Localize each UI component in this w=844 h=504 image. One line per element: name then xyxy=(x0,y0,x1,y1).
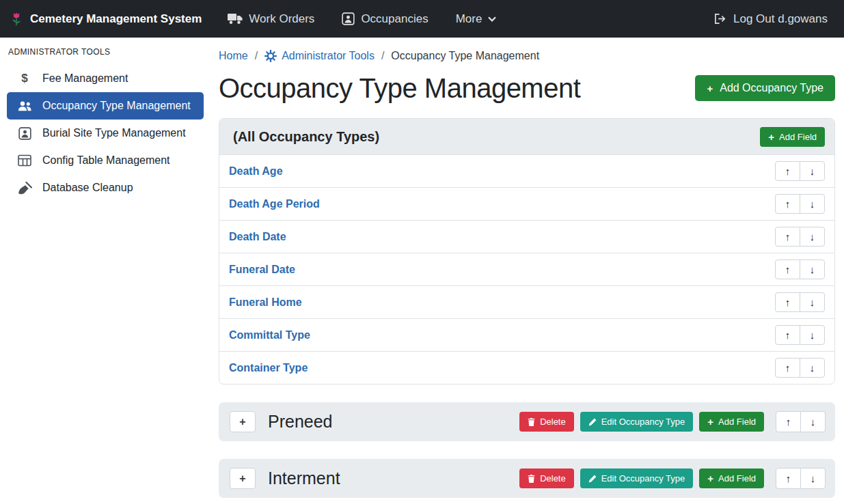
field-row: Death Age Period ↑ ↓ xyxy=(219,187,834,220)
trash-icon xyxy=(528,475,535,483)
add-occupancy-type-button[interactable]: + Add Occupancy Type xyxy=(695,75,835,101)
logout-icon xyxy=(714,13,727,25)
delete-button[interactable]: Delete xyxy=(519,468,574,488)
move-down-button[interactable]: ↓ xyxy=(800,325,825,345)
edit-label: Edit Occupancy Type xyxy=(601,417,685,427)
field-link-funeral-date[interactable]: Funeral Date xyxy=(229,264,295,276)
occupancies-icon xyxy=(342,12,355,25)
gear-icon xyxy=(264,50,277,62)
sidebar-item-label: Occupancy Type Management xyxy=(42,100,191,112)
brand[interactable]: Cemetery Management System xyxy=(10,10,202,28)
reorder-group: ↑ ↓ xyxy=(775,292,825,312)
field-link-committal-type[interactable]: Committal Type xyxy=(229,329,310,341)
move-up-button[interactable]: ↑ xyxy=(775,227,800,247)
brand-title: Cemetery Management System xyxy=(30,12,202,26)
field-link-death-age[interactable]: Death Age xyxy=(229,165,283,178)
sidebar-item-database-cleanup[interactable]: Database Cleanup xyxy=(0,174,210,201)
move-up-button[interactable]: ↑ xyxy=(776,468,801,489)
move-down-button[interactable]: ↓ xyxy=(800,468,826,489)
plus-icon: + xyxy=(768,132,774,142)
add-field-label: Add Field xyxy=(718,473,756,484)
broom-icon xyxy=(16,182,33,195)
move-up-button[interactable]: ↑ xyxy=(775,358,800,378)
panel-title: (All Occupancy Types) xyxy=(233,129,379,145)
sidebar-item-fee-management[interactable]: $ Fee Management xyxy=(0,65,210,92)
nav-more[interactable]: More xyxy=(456,12,497,26)
plus-icon: + xyxy=(707,473,713,484)
logout-button[interactable]: Log Out d.gowans xyxy=(714,12,828,26)
sidebar-item-config-table-management[interactable]: Config Table Management xyxy=(0,147,210,174)
sidebar-item-label: Fee Management xyxy=(42,72,128,85)
occupancy-type-section-interment: + Interment Delete xyxy=(219,459,835,498)
breadcrumb-separator: / xyxy=(255,50,258,62)
reorder-group: ↑ ↓ xyxy=(775,227,825,247)
move-down-button[interactable]: ↓ xyxy=(800,260,825,279)
reorder-group: ↑ ↓ xyxy=(776,468,826,489)
breadcrumb-admin-tools-link[interactable]: Administrator Tools xyxy=(282,50,375,62)
trash-icon xyxy=(528,418,535,426)
plus-icon: + xyxy=(707,83,713,94)
nav-occupancies[interactable]: Occupancies xyxy=(342,12,428,26)
plus-icon: + xyxy=(707,417,713,427)
move-down-button[interactable]: ↓ xyxy=(800,194,825,214)
field-row: Death Date ↑ ↓ xyxy=(219,220,834,253)
edit-label: Edit Occupancy Type xyxy=(601,473,685,484)
main-content: Home / Administrator Tools / Occupancy T… xyxy=(210,38,844,504)
section-name: Interment xyxy=(268,468,340,488)
nav-occupancies-label: Occupancies xyxy=(361,12,428,26)
logout-label: Log Out d.gowans xyxy=(733,12,828,26)
sidebar-heading: ADMINISTRATOR TOOLS xyxy=(0,44,210,65)
move-up-button[interactable]: ↑ xyxy=(775,325,800,345)
occupancy-type-section-preneed: + Preneed Delete xyxy=(219,402,835,441)
reorder-group: ↑ ↓ xyxy=(775,260,825,279)
move-up-button[interactable]: ↑ xyxy=(775,260,800,279)
sidebar: ADMINISTRATOR TOOLS $ Fee Management Occ… xyxy=(0,38,210,504)
field-link-death-age-period[interactable]: Death Age Period xyxy=(229,198,320,210)
move-down-button[interactable]: ↓ xyxy=(800,411,826,432)
move-up-button[interactable]: ↑ xyxy=(776,411,801,432)
add-field-button[interactable]: + Add Field xyxy=(699,468,764,488)
top-navbar: Cemetery Management System Work Orders xyxy=(0,0,844,38)
field-link-container-type[interactable]: Container Type xyxy=(229,362,308,374)
edit-occupancy-type-button[interactable]: Edit Occupancy Type xyxy=(580,468,694,488)
breadcrumb: Home / Administrator Tools / Occupancy T… xyxy=(219,50,835,62)
field-row: Funeral Date ↑ ↓ xyxy=(219,253,834,285)
flower-logo-icon xyxy=(10,10,23,28)
delete-label: Delete xyxy=(540,417,566,427)
nav-work-orders[interactable]: Work Orders xyxy=(228,12,314,26)
users-icon xyxy=(16,100,33,111)
sidebar-item-label: Config Table Management xyxy=(42,154,170,167)
table-icon xyxy=(16,154,33,167)
expand-button[interactable]: + xyxy=(230,468,256,489)
edit-occupancy-type-button[interactable]: Edit Occupancy Type xyxy=(580,412,694,432)
field-row: Container Type ↑ ↓ xyxy=(219,351,834,384)
expand-button[interactable]: + xyxy=(230,411,256,432)
pencil-icon xyxy=(588,475,597,483)
field-row: Committal Type ↑ ↓ xyxy=(219,318,834,351)
all-occupancy-types-panel: (All Occupancy Types) + Add Field Death … xyxy=(219,118,835,384)
field-link-funeral-home[interactable]: Funeral Home xyxy=(229,296,302,309)
move-down-button[interactable]: ↓ xyxy=(800,161,825,181)
reorder-group: ↑ ↓ xyxy=(776,411,826,432)
breadcrumb-home-link[interactable]: Home xyxy=(219,50,248,62)
move-down-button[interactable]: ↓ xyxy=(800,227,825,247)
sidebar-item-occupancy-type-management[interactable]: Occupancy Type Management xyxy=(7,92,204,120)
field-link-death-date[interactable]: Death Date xyxy=(229,231,286,243)
delete-label: Delete xyxy=(540,473,566,484)
move-up-button[interactable]: ↑ xyxy=(775,292,800,312)
reorder-group: ↑ ↓ xyxy=(775,358,825,378)
field-row: Death Age ↑ ↓ xyxy=(219,154,834,187)
breadcrumb-separator: / xyxy=(381,50,384,62)
chevron-down-icon xyxy=(488,16,496,22)
delete-button[interactable]: Delete xyxy=(519,412,574,432)
move-down-button[interactable]: ↓ xyxy=(800,292,825,312)
work-orders-icon xyxy=(228,13,243,25)
move-up-button[interactable]: ↑ xyxy=(775,194,800,214)
sidebar-item-burial-site-type-management[interactable]: Burial Site Type Management xyxy=(0,120,210,147)
panel-header: (All Occupancy Types) + Add Field xyxy=(219,119,834,154)
move-up-button[interactable]: ↑ xyxy=(775,161,800,181)
reorder-group: ↑ ↓ xyxy=(775,325,825,345)
add-field-button[interactable]: + Add Field xyxy=(760,127,825,147)
add-field-button[interactable]: + Add Field xyxy=(699,412,764,432)
move-down-button[interactable]: ↓ xyxy=(800,358,825,378)
